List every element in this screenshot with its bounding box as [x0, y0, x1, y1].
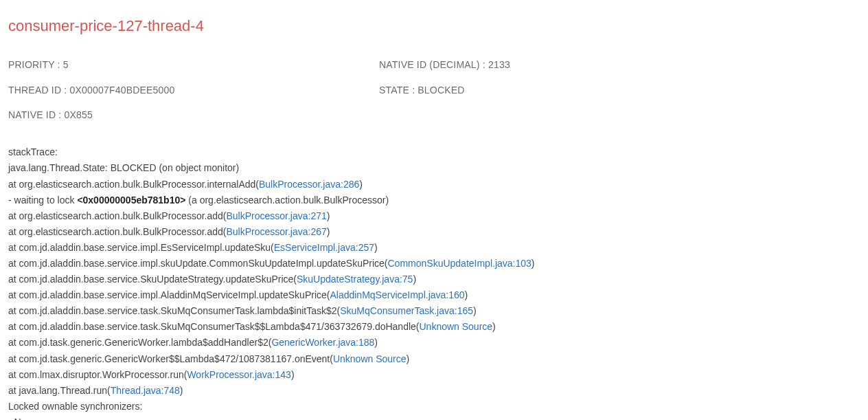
stack-frame-suffix: ) — [532, 258, 535, 269]
stack-frame-prefix: at com.jd.task.generic.GenericWorker$$La… — [8, 353, 333, 364]
source-file-link[interactable]: AladdinMqServiceImpl.java:160 — [330, 289, 464, 300]
locked-synchronizers-value: - None — [8, 415, 860, 420]
stack-frame-suffix: ) — [327, 210, 330, 221]
stack-frame: at org.elasticsearch.action.bulk.BulkPro… — [8, 208, 860, 224]
stack-frame-suffix: ) — [359, 179, 363, 190]
stack-frame-suffix: ) — [180, 385, 183, 396]
stack-frame-prefix: at com.jd.aladdin.base.service.impl.Alad… — [8, 289, 330, 300]
stack-frame: at java.lang.Thread.run(Thread.java:748) — [8, 383, 860, 399]
stack-frame: at org.elasticsearch.action.bulk.BulkPro… — [8, 177, 860, 192]
stack-frame-prefix: at com.jd.aladdin.base.service.impl.skuU… — [8, 258, 388, 269]
stack-frame-suffix: ) — [374, 337, 378, 348]
stack-frame-prefix: at com.lmax.disruptor.WorkProcessor.run( — [8, 369, 187, 380]
source-file-link[interactable]: GenericWorker.java:188 — [271, 337, 374, 348]
source-file-link[interactable]: Unknown Source — [333, 353, 407, 364]
stack-frame-suffix: ) — [407, 353, 410, 364]
stack-frame-suffix: ) — [291, 369, 295, 380]
stack-frame-suffix: (a org.elasticsearch.action.bulk.BulkPro… — [185, 195, 389, 206]
source-file-link[interactable]: Unknown Source — [419, 321, 492, 332]
meta-priority: PRIORITY : 5 — [8, 57, 324, 72]
stack-frame: at com.jd.aladdin.base.service.task.SkuM… — [8, 319, 860, 335]
meta-native-id-decimal: NATIVE ID (DECIMAL) : 2133 — [379, 57, 695, 72]
meta-thread-id: THREAD ID : 0X00007F40BDEE5000 — [8, 82, 324, 98]
source-file-link[interactable]: Thread.java:748 — [111, 385, 180, 396]
locked-synchronizers-header: Locked ownable synchronizers: — [8, 399, 860, 415]
stack-trace-header: stackTrace: — [8, 144, 860, 160]
stack-trace: stackTrace: java.lang.Thread.State: BLOC… — [8, 144, 860, 420]
stack-frame: at com.jd.task.generic.GenericWorker.lam… — [8, 335, 860, 351]
source-file-link[interactable]: BulkProcessor.java:267 — [227, 226, 327, 237]
stack-frame-suffix: ) — [492, 321, 496, 332]
meta-state: STATE : BLOCKED — [379, 82, 695, 98]
stack-frame: at com.jd.aladdin.base.service.impl.Alad… — [8, 287, 860, 303]
stack-frame-prefix: at org.elasticsearch.action.bulk.BulkPro… — [8, 226, 227, 237]
stack-frame-suffix: ) — [465, 289, 468, 300]
stack-frame: at com.jd.aladdin.base.service.impl.EsSe… — [8, 240, 860, 256]
stack-frame-suffix: ) — [374, 242, 378, 253]
stack-frame: - waiting to lock <0x00000005eb781b10> (… — [8, 192, 860, 208]
stack-frame-suffix: ) — [473, 305, 477, 316]
stack-frame-prefix: at com.jd.aladdin.base.service.SkuUpdate… — [8, 274, 297, 285]
stack-frame: at com.jd.aladdin.base.service.impl.skuU… — [8, 256, 860, 272]
source-file-link[interactable]: WorkProcessor.java:143 — [187, 369, 290, 380]
source-file-link[interactable]: BulkProcessor.java:286 — [259, 179, 359, 190]
stack-frame-prefix: at com.jd.aladdin.base.service.task.SkuM… — [8, 305, 340, 316]
stack-frame: at com.lmax.disruptor.WorkProcessor.run(… — [8, 367, 860, 383]
stack-frame-prefix: at com.jd.task.generic.GenericWorker.lam… — [8, 337, 271, 348]
stack-frame-prefix: at com.jd.aladdin.base.service.impl.EsSe… — [8, 242, 274, 253]
meta-native-id: NATIVE ID : 0X855 — [8, 107, 324, 122]
source-file-link[interactable]: SkuUpdateStrategy.java:75 — [297, 274, 413, 285]
source-file-link[interactable]: SkuMqConsumerTask.java:165 — [340, 305, 473, 316]
source-file-link[interactable]: EsServiceImpl.java:257 — [274, 242, 374, 253]
lock-address: <0x00000005eb781b10> — [77, 195, 185, 206]
thread-state-line: java.lang.Thread.State: BLOCKED (on obje… — [8, 160, 860, 176]
stack-frame-prefix: at com.jd.aladdin.base.service.task.SkuM… — [8, 321, 419, 332]
thread-title: consumer-price-127-thread-4 — [8, 14, 860, 38]
source-file-link[interactable]: CommonSkuUpdateImpl.java:103 — [388, 258, 532, 269]
thread-meta-grid: PRIORITY : 5 NATIVE ID (DECIMAL) : 2133 … — [8, 57, 695, 122]
stack-frame-prefix: at org.elasticsearch.action.bulk.BulkPro… — [8, 179, 259, 190]
stack-frame-prefix: at java.lang.Thread.run( — [8, 385, 111, 396]
source-file-link[interactable]: BulkProcessor.java:271 — [227, 210, 327, 221]
stack-frame-suffix: ) — [327, 226, 330, 237]
stack-frame-suffix: ) — [413, 274, 416, 285]
stack-frame-prefix: at org.elasticsearch.action.bulk.BulkPro… — [8, 210, 227, 221]
stack-frame: at com.jd.aladdin.base.service.SkuUpdate… — [8, 272, 860, 287]
stack-frame: at org.elasticsearch.action.bulk.BulkPro… — [8, 224, 860, 240]
stack-frame: at com.jd.task.generic.GenericWorker$$La… — [8, 351, 860, 367]
stack-frame-prefix: - waiting to lock — [8, 195, 77, 206]
stack-frame: at com.jd.aladdin.base.service.task.SkuM… — [8, 303, 860, 319]
